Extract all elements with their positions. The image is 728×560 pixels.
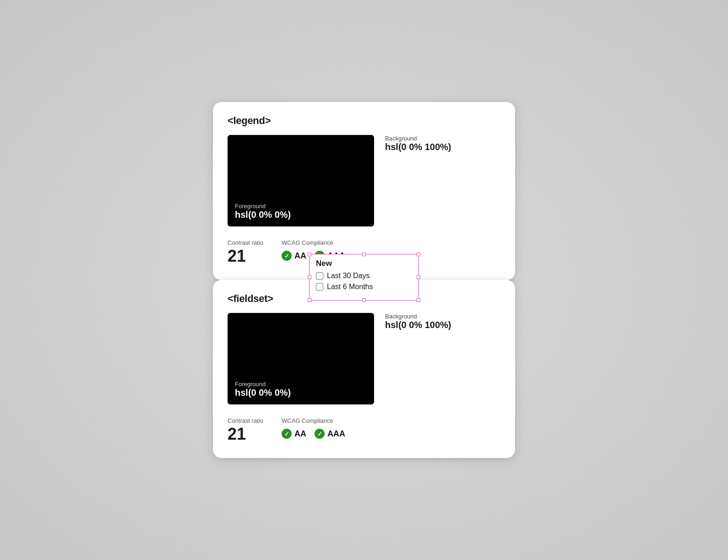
handle-tl [308,253,311,256]
checkbox-last6-item[interactable]: Last 6 Months [316,283,411,291]
fieldset-fg-value: hsl(0 0% 0%) [235,388,367,398]
fieldset-bg-info: Background hsl(0 0% 100%) [385,313,451,332]
selection-title: New [316,259,411,268]
checkbox-last6-label: Last 6 Months [327,283,373,291]
legend-card-title: <legend> [228,115,500,127]
legend-contrast-label: Contrast ratio [228,239,263,246]
handle-br [417,298,420,302]
fieldset-bg-label: Background [385,313,451,320]
legend-badge-aa: ✓ AA [282,251,306,261]
fieldset-check-aa-icon: ✓ [282,429,292,439]
fieldset-bg-value: hsl(0 0% 100%) [385,320,451,330]
handle-bl [308,298,311,302]
fieldset-check-aaa-icon: ✓ [315,429,325,439]
selection-box: New Last 30 Days Last 6 Months [309,254,419,301]
legend-fg-label: Foreground [235,203,367,210]
legend-contrast-group: Contrast ratio 21 [228,239,263,265]
checkbox-last6[interactable] [316,283,323,291]
handle-mr [417,275,420,279]
legend-bg-info: Background hsl(0 0% 100%) [385,135,451,154]
handle-bc [362,298,366,302]
fieldset-card: <fieldset> Foreground hsl(0 0% 0%) Backg… [213,280,515,458]
fieldset-wcag-badges: ✓ AA ✓ AAA [282,429,345,439]
fieldset-fg-label: Foreground [235,381,367,388]
checkbox-last30-item[interactable]: Last 30 Days [316,272,411,280]
selection-overlay: New Last 30 Days Last 6 Months [309,254,419,301]
legend-card-info-row: Foreground hsl(0 0% 0%) Background hsl(0… [228,135,500,235]
fieldset-badge-aa: ✓ AA [282,429,306,439]
fieldset-contrast-label: Contrast ratio [228,417,263,424]
legend-bg-value: hsl(0 0% 100%) [385,142,451,152]
checkbox-last30[interactable] [316,272,323,280]
fieldset-metrics-row: Contrast ratio 21 WCAG Compliance ✓ AA ✓… [228,417,500,443]
legend-fg-value: hsl(0 0% 0%) [235,210,367,220]
legend-contrast-value: 21 [228,247,263,265]
legend-color-preview: Foreground hsl(0 0% 0%) [228,135,374,226]
cards-container: <legend> Foreground hsl(0 0% 0%) Backgro… [213,102,515,458]
handle-tr [417,253,420,256]
fieldset-badge-aaa: ✓ AAA [315,429,345,439]
legend-check-aa-icon: ✓ [282,251,292,261]
fieldset-wcag-label: WCAG Compliance [282,417,345,424]
legend-wcag-label: WCAG Compliance [282,239,345,246]
fieldset-card-info-row: Foreground hsl(0 0% 0%) Background hsl(0… [228,313,500,413]
fieldset-wcag-group: WCAG Compliance ✓ AA ✓ AAA [282,417,345,439]
fieldset-contrast-group: Contrast ratio 21 [228,417,263,443]
handle-tc [362,253,366,256]
fieldset-contrast-value: 21 [228,425,263,443]
handle-ml [308,275,311,279]
fieldset-color-preview: Foreground hsl(0 0% 0%) [228,313,374,404]
legend-bg-label: Background [385,135,451,142]
checkbox-last30-label: Last 30 Days [327,272,369,280]
